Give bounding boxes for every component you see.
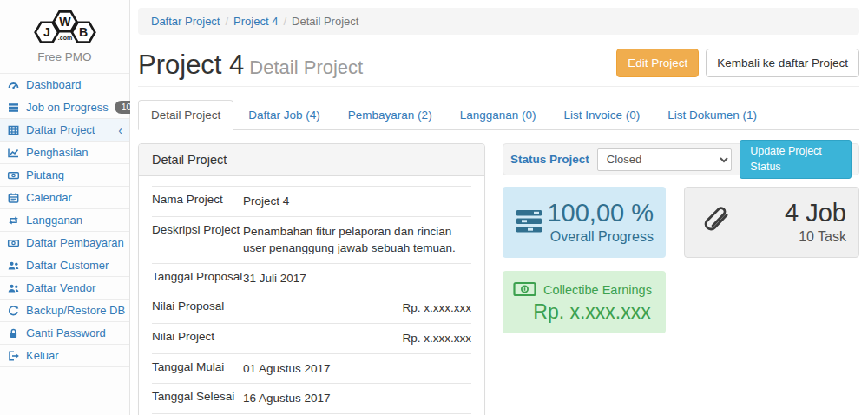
users-icon (7, 260, 20, 272)
sidebar-item-label: Daftar Customer (26, 259, 108, 272)
table-icon (7, 124, 20, 136)
panel-title: Detail Project (139, 144, 484, 176)
sidebar-item-label: Backup/Restore DB (26, 304, 125, 317)
sidebar-item-backup-restore[interactable]: Backup/Restore DB (0, 299, 129, 321)
app-name: Free PMO (0, 47, 129, 71)
dashboard-icon (7, 79, 20, 91)
detail-row-deskripsi: Deskripsi Project Penambahan fitur pelap… (152, 216, 471, 263)
page-subtitle: Detail Project (249, 56, 363, 78)
svg-text:W: W (59, 15, 71, 29)
sidebar-item-label: Calendar (26, 191, 72, 204)
summary-column: Status Project Closed Update Project Sta… (503, 143, 859, 415)
update-project-status-button[interactable]: Update Project Status (740, 140, 852, 179)
tab-langganan[interactable]: Langganan (0) (447, 100, 549, 130)
line-chart-icon (7, 147, 20, 159)
page-header: Project 4Detail Project Edit Project Kem… (138, 49, 859, 87)
sidebar-item-daftar-project[interactable]: Daftar Project ‹ (0, 118, 129, 141)
svg-text:.com: .com (57, 35, 71, 41)
earnings-value: Rp. x.xxx.xxx (513, 300, 655, 324)
calendar-icon (7, 192, 20, 204)
earnings-header: Collectibe Earnings (513, 281, 655, 300)
sidebar-item-label: Daftar Project (26, 123, 95, 136)
sidebar-item-langganan[interactable]: Langganan (0, 208, 129, 231)
sidebar-item-calendar[interactable]: Calendar (0, 186, 129, 208)
overall-progress-card: 100,00 % Overall Progress (503, 187, 666, 258)
status-project-bar: Status Project Closed Update Project Sta… (503, 143, 859, 175)
sidebar: J W B .com Free PMO Dashboard Job on Pro… (0, 0, 130, 415)
tab-bar: Detail Project Daftar Job (4) Pembayaran… (138, 100, 859, 130)
header-buttons: Edit Project Kembali ke daftar Project (616, 49, 859, 79)
app-window: J W B .com Free PMO Dashboard Job on Pro… (0, 0, 868, 415)
users-icon (7, 282, 20, 294)
sidebar-item-label: Langganan (26, 214, 82, 227)
sidebar-item-label: Ganti Password (26, 326, 106, 339)
sidebar-menu: Dashboard Job on Progress 10 Daftar Proj… (0, 73, 129, 367)
progress-label: Overall Progress (544, 229, 654, 245)
page-title: Project 4Detail Project (138, 51, 363, 80)
sidebar-item-label: Piutang (26, 168, 64, 181)
money-icon (513, 281, 536, 300)
sign-out-icon (7, 350, 20, 362)
tab-content: Detail Project Nama Project Project 4 De… (138, 143, 859, 415)
sidebar-item-piutang[interactable]: Piutang (0, 163, 129, 186)
chevron-left-icon: ‹ (118, 124, 122, 136)
detail-project-panel: Detail Project Nama Project Project 4 De… (138, 143, 485, 415)
panel-body: Nama Project Project 4 Deskripsi Project… (139, 176, 484, 415)
collectible-earnings-card: Collectibe Earnings Rp. x.xxx.xxx (503, 271, 666, 333)
sidebar-item-daftar-customer[interactable]: Daftar Customer (0, 254, 129, 276)
sidebar-item-job-on-progress[interactable]: Job on Progress 10 (0, 96, 129, 118)
detail-row-tanggal-proposal: Tanggal Proposal 31 Juli 2017 (152, 263, 471, 293)
jobs-value: 4 Job (735, 200, 846, 227)
sidebar-item-label: Dashboard (26, 78, 82, 91)
detail-row-nilai-proposal: Nilai Proposal Rp. x.xxx.xxx (152, 293, 471, 323)
money-icon (7, 169, 20, 181)
main-content: Daftar Project/Project 4/Detail Project … (130, 0, 868, 415)
sidebar-item-daftar-pembayaran[interactable]: Daftar Pembayaran (0, 231, 129, 254)
sidebar-item-dashboard[interactable]: Dashboard (0, 73, 129, 96)
tab-daftar-job[interactable]: Daftar Job (4) (235, 100, 333, 130)
sidebar-item-label: Daftar Vendor (26, 281, 95, 294)
sidebar-item-label: Keluar (26, 349, 59, 362)
breadcrumb-project-4[interactable]: Project 4 (233, 15, 278, 28)
jwb-logo-icon: J W B .com (27, 7, 103, 47)
progress-value: 100,00 % (544, 200, 654, 227)
brand-logo: J W B .com Free PMO (0, 0, 129, 73)
summary-cards: 100,00 % Overall Progress 4 Job 10 T (503, 187, 859, 258)
status-project-label: Status Project (510, 153, 589, 166)
jobs-card-text: 4 Job 10 Task (735, 200, 846, 245)
tasks-icon (7, 102, 20, 114)
sidebar-item-ganti-password[interactable]: Ganti Password (0, 321, 129, 344)
back-to-list-button[interactable]: Kembali ke daftar Project (706, 49, 859, 77)
detail-row-tanggal-mulai: Tanggal Mulai 01 Agustus 2017 (152, 353, 471, 384)
breadcrumb-separator: / (278, 15, 292, 28)
detail-row-nama-project: Nama Project Project 4 (152, 186, 471, 216)
sidebar-item-keluar[interactable]: Keluar (0, 344, 129, 367)
breadcrumb-current: Detail Project (292, 15, 358, 28)
detail-column: Detail Project Nama Project Project 4 De… (138, 143, 485, 415)
status-project-select[interactable]: Closed (597, 148, 732, 171)
tab-pembayaran[interactable]: Pembayaran (2) (335, 100, 445, 130)
sidebar-item-label: Job on Progress (26, 101, 108, 114)
refresh-icon (7, 305, 20, 317)
tasks-icon (515, 208, 544, 237)
project-name: Project 4 (138, 49, 244, 80)
sidebar-item-label: Penghasilan (26, 146, 89, 159)
money-icon (7, 237, 20, 249)
breadcrumb: Daftar Project/Project 4/Detail Project (138, 8, 859, 35)
paperclip-icon (697, 202, 735, 243)
tab-list-invoice[interactable]: List Invoice (0) (550, 100, 653, 130)
sidebar-item-daftar-vendor[interactable]: Daftar Vendor (0, 276, 129, 299)
retweet-icon (7, 214, 20, 227)
tab-detail-project[interactable]: Detail Project (138, 100, 233, 130)
edit-project-button[interactable]: Edit Project (616, 49, 699, 77)
detail-row-tanggal-selesai: Tanggal Selesai 16 Agustus 2017 (152, 383, 471, 413)
sidebar-item-penghasilan[interactable]: Penghasilan (0, 141, 129, 163)
progress-card-text: 100,00 % Overall Progress (544, 200, 654, 245)
lock-icon (7, 327, 20, 339)
earnings-label: Collectibe Earnings (543, 283, 652, 297)
svg-text:J: J (43, 25, 49, 39)
breadcrumb-separator: / (220, 15, 233, 28)
breadcrumb-daftar-project[interactable]: Daftar Project (151, 15, 220, 28)
tasks-value: 10 Task (735, 229, 846, 245)
tab-list-dokumen[interactable]: List Dokumen (1) (654, 100, 770, 130)
